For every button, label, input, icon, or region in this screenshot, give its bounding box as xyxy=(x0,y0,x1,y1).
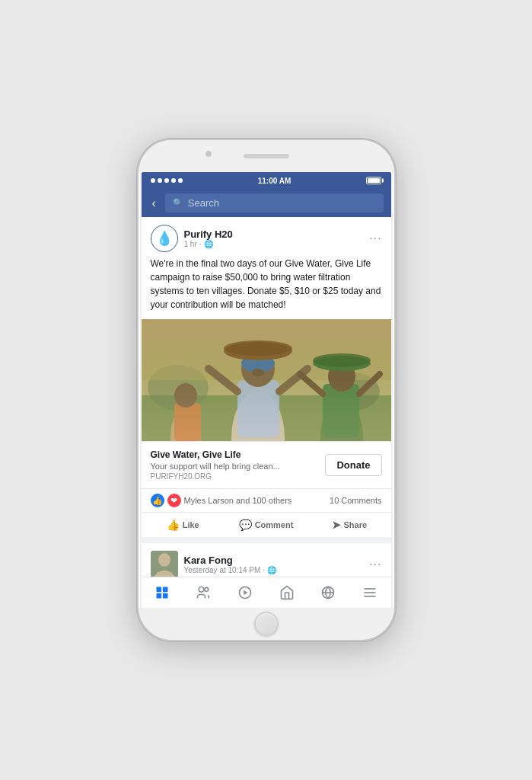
post-card-1: 💧 Purify H20 1 hr · 🌐 ··· We're in the f… xyxy=(142,217,391,537)
svg-rect-28 xyxy=(163,587,168,593)
post-image xyxy=(142,319,391,441)
share-icon: ➤ xyxy=(332,519,341,531)
comments-count: 10 Comments xyxy=(330,496,381,505)
link-url: purifyh20.org xyxy=(151,472,320,481)
battery-icon xyxy=(366,177,381,184)
svg-rect-29 xyxy=(156,593,161,599)
post-time: 1 hr · 🌐 xyxy=(184,240,364,248)
globe-icon: 🌐 xyxy=(204,240,213,248)
search-icon: 🔍 xyxy=(173,198,183,208)
search-input[interactable]: Search xyxy=(188,197,219,209)
reactions-count: Myles Larson and 100 others xyxy=(184,496,292,505)
svg-rect-30 xyxy=(163,593,168,599)
comment-icon: 💬 xyxy=(239,519,252,531)
post-more-button[interactable]: ··· xyxy=(369,232,381,245)
post2-more-button[interactable]: ··· xyxy=(369,558,381,571)
back-button[interactable]: ‹ xyxy=(149,195,159,212)
phone-camera xyxy=(205,151,212,157)
status-time: 11:00 AM xyxy=(258,177,291,185)
post-card-2: Kara Fong Yesterday at 10:14 PM · 🌐 ··· xyxy=(142,543,391,577)
comment-button[interactable]: 💬 Comment xyxy=(225,514,307,535)
reactions-left: 👍 ❤ Myles Larson and 100 others xyxy=(151,494,292,507)
post2-author: Kara Fong xyxy=(184,555,364,566)
nav-marketplace[interactable] xyxy=(273,583,301,602)
phone-notch xyxy=(139,140,394,172)
post-author: Purify H20 xyxy=(184,229,364,240)
avatar: 💧 xyxy=(151,225,178,252)
like-label: Like xyxy=(183,520,199,529)
news-feed: 💧 Purify H20 1 hr · 🌐 ··· We're in the f… xyxy=(142,217,391,577)
svg-point-32 xyxy=(205,587,209,591)
home-button[interactable] xyxy=(254,612,279,636)
svg-marker-34 xyxy=(244,590,247,596)
home-button-area xyxy=(139,608,394,640)
phone-speaker xyxy=(244,154,289,158)
like-button[interactable]: 👍 Like xyxy=(142,514,225,535)
link-title: Give Water, Give Life xyxy=(151,449,320,460)
svg-point-25 xyxy=(158,553,170,567)
share-label: Share xyxy=(344,520,368,529)
bottom-navigation xyxy=(142,577,391,608)
nav-menu[interactable] xyxy=(356,583,384,602)
post-meta: Purify H20 1 hr · 🌐 xyxy=(184,229,364,248)
navigation-bar: ‹ 🔍 Search xyxy=(142,189,391,217)
like-icon: 👍 xyxy=(167,519,180,531)
donate-button[interactable]: Donate xyxy=(325,454,381,476)
share-button[interactable]: ➤ Share xyxy=(307,514,390,535)
signal-indicator xyxy=(151,178,183,183)
heart-reaction: ❤ xyxy=(167,494,181,507)
post-body: We're in the final two days of our Give … xyxy=(142,257,391,319)
link-preview: Give Water, Give Life Your support will … xyxy=(142,441,391,488)
nav-friends[interactable] xyxy=(190,583,217,602)
reactions-bar: 👍 ❤ Myles Larson and 100 others 10 Comme… xyxy=(142,488,391,512)
water-drop-icon: 💧 xyxy=(156,230,173,247)
search-bar[interactable]: 🔍 Search xyxy=(165,193,384,213)
comment-label: Comment xyxy=(255,520,294,529)
nav-watch[interactable] xyxy=(231,583,259,602)
status-bar: 11:00 AM xyxy=(142,172,391,189)
action-bar: 👍 Like 💬 Comment ➤ Share xyxy=(142,512,391,537)
nav-globe[interactable] xyxy=(314,583,342,602)
post2-time: Yesterday at 10:14 PM · 🌐 xyxy=(184,566,364,574)
post-header: 💧 Purify H20 1 hr · 🌐 ··· xyxy=(142,217,391,257)
svg-rect-27 xyxy=(156,587,161,593)
post2-meta: Kara Fong Yesterday at 10:14 PM · 🌐 xyxy=(184,555,364,574)
like-reaction: 👍 xyxy=(151,494,164,507)
phone-frame: 11:00 AM ‹ 🔍 Search 💧 xyxy=(137,139,396,641)
link-description: Your support will help bring clean... xyxy=(151,462,320,471)
svg-point-31 xyxy=(199,587,205,593)
link-info: Give Water, Give Life Your support will … xyxy=(151,449,320,481)
phone-screen: 11:00 AM ‹ 🔍 Search 💧 xyxy=(142,172,391,608)
globe-icon-2: 🌐 xyxy=(267,566,276,574)
user-avatar xyxy=(151,551,178,577)
nav-home[interactable] xyxy=(148,583,176,602)
